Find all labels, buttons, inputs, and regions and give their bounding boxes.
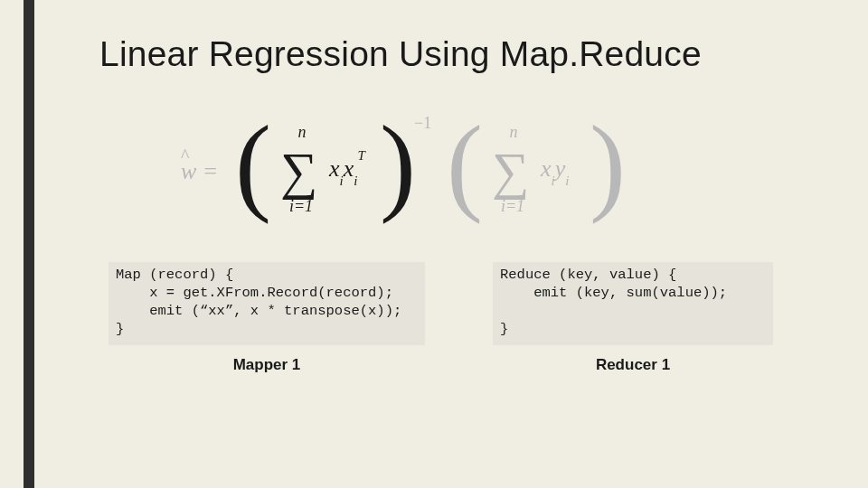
lparen-1: (	[235, 110, 271, 219]
sigma1-lower: i=1	[278, 197, 324, 216]
sigma-2: ∑	[492, 141, 529, 202]
rparen-2: )	[590, 110, 626, 219]
sum-block-2: ( n ∑ i=1 xiyi )	[447, 108, 627, 235]
hat-accent: ^	[181, 145, 189, 166]
reducer-caption: Reducer 1	[493, 356, 773, 374]
lhs-eq: =	[196, 158, 218, 184]
reducer-line1: Reduce (key, value) {	[500, 267, 676, 283]
inverse-exponent: −1	[414, 114, 431, 133]
reducer-line2: emit (key, sum(value));	[500, 285, 727, 301]
sum-block-1: ( n ∑ i=1 xixiT ) −1	[235, 108, 425, 235]
reducer-code-box: Reduce (key, value) { emit (key, sum(val…	[493, 262, 773, 345]
rparen-1: )	[380, 110, 416, 219]
slide-title: Linear Regression Using Map.Reduce	[99, 34, 702, 74]
reducer-line4: }	[500, 321, 508, 337]
slide-accent-bar	[24, 0, 34, 488]
sigma-1: ∑	[280, 141, 317, 202]
mapper-line2: x = get.XFrom.Record(record);	[116, 285, 393, 301]
term-1: xixiT	[329, 155, 365, 185]
mapper-code-box: Map (record) { x = get.XFrom.Record(reco…	[108, 262, 425, 345]
mapper-line4: }	[116, 321, 124, 337]
mapper-line3: emit (“xx”, x * transpose(x));	[116, 303, 401, 319]
sigma1-upper: n	[284, 123, 320, 142]
regression-formula: ^ w = ( n ∑ i=1 xixiT ) −1 ( n ∑ i=1 xiy…	[181, 108, 687, 235]
formula-lhs: ^ w =	[181, 158, 218, 185]
term-2: xiyi	[541, 155, 569, 185]
mapper-caption: Mapper 1	[108, 356, 425, 374]
mapper-line1: Map (record) {	[116, 267, 233, 283]
sigma2-lower: i=1	[490, 197, 535, 216]
lparen-2: (	[447, 110, 483, 219]
sigma2-upper: n	[495, 123, 532, 142]
